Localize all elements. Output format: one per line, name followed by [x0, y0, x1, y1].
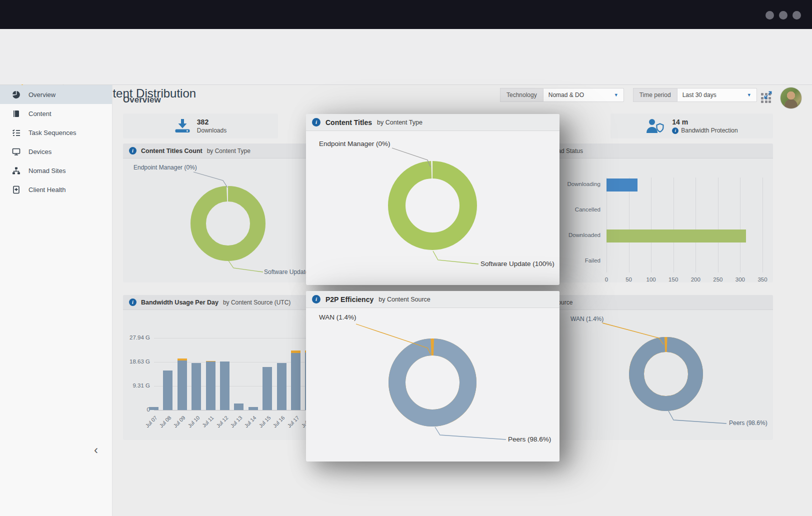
content-titles-popup-donut-chart[interactable]: Endpoint Manager (0%) Software Update (1…	[306, 131, 560, 285]
hbar	[606, 178, 638, 192]
vbar	[206, 361, 216, 362]
vbar	[234, 404, 244, 410]
user-shield-icon	[646, 118, 666, 134]
vbar	[178, 358, 187, 360]
time-period-filter-label: Time period	[633, 88, 677, 102]
vline	[674, 178, 674, 272]
popup-subtitle: by Content Type	[377, 119, 422, 126]
window-titlebar	[0, 0, 812, 29]
sidebar-item-content[interactable]: Content	[0, 104, 112, 123]
vline	[651, 178, 652, 272]
window-control-dot[interactable]	[792, 11, 801, 20]
hbar	[606, 230, 746, 242]
donut-label-bottom: Software Update (100%)	[480, 260, 554, 268]
window-controls	[766, 11, 801, 20]
monitor-icon	[12, 148, 20, 156]
tick: 150	[664, 276, 684, 282]
sidebar-collapse-chevron[interactable]: ‹	[94, 444, 98, 456]
time-period-select[interactable]: Last 30 days ▼	[677, 88, 757, 102]
filter-bar: Technology Nomad & DO ▼ Time period Last…	[500, 88, 757, 102]
tick: 350	[752, 276, 772, 282]
p2p-efficiency-popup: i P2P Efficiency by Content Source WAN (…	[306, 291, 560, 462]
panel-subtitle: by Content Type	[207, 148, 250, 154]
sidebar-item-overview[interactable]: Overview	[0, 85, 112, 104]
chevron-down-icon: ▼	[614, 92, 618, 98]
bandwidth-protection-stat-tile: 14 m i Bandwidth Protection	[610, 114, 773, 138]
popup-header: i Content Titles by Content Type	[306, 114, 560, 131]
ytick: 27.94 G	[123, 334, 150, 340]
sidebar-item-nomad-sites[interactable]: Nomad Sites	[0, 161, 112, 180]
info-icon[interactable]: i	[312, 118, 320, 126]
donut-label-top: WAN (1.4%)	[570, 316, 604, 322]
sitemap-icon	[12, 166, 20, 175]
technology-filter: Technology Nomad & DO ▼	[500, 88, 624, 102]
vbar	[206, 362, 216, 410]
chevron-down-icon: ▼	[747, 92, 752, 98]
tick: 200	[686, 276, 706, 282]
popup-title: P2P Efficiency	[326, 296, 374, 304]
panel-title: Content Titles Count	[141, 148, 202, 154]
sidebar-item-label: Devices	[28, 148, 52, 156]
window-control-dot[interactable]	[779, 11, 788, 20]
task-list-icon	[12, 128, 20, 137]
info-icon[interactable]: i	[672, 128, 678, 134]
vline	[606, 178, 607, 272]
panel-subtitle: by Content Source (UTC)	[223, 299, 290, 306]
downloads-value: 382	[197, 118, 226, 126]
sidebar: Overview Content Task Sequences Devices	[0, 85, 112, 516]
device-health-icon	[12, 186, 20, 194]
popup-subtitle: by Content Source	[378, 296, 430, 303]
vbar	[291, 353, 300, 410]
vbar	[262, 367, 272, 410]
downloads-label: Downloads	[197, 127, 226, 134]
donut-label-top: Endpoint Manager (0%)	[319, 140, 390, 148]
ytick: 9.31 G	[123, 382, 150, 388]
time-period-filter: Time period Last 30 days ▼	[633, 88, 757, 102]
panel-title: Bandwidth Usage Per Day	[141, 299, 218, 306]
content-titles-popup: i Content Titles by Content Type Endpoin…	[306, 114, 560, 285]
donut-label-top: Endpoint Manager (0%)	[134, 164, 197, 171]
technology-select[interactable]: Nomad & DO ▼	[543, 88, 624, 102]
vbar	[192, 363, 201, 410]
vbar	[291, 350, 300, 352]
popup-header: i P2P Efficiency by Content Source	[306, 291, 560, 308]
donut-label-bottom: Peers (98.6%)	[508, 436, 551, 443]
downloads-stat-tile: 382 Downloads	[123, 114, 278, 138]
info-icon[interactable]: i	[129, 298, 136, 306]
book-icon	[12, 110, 20, 118]
vbar	[220, 362, 230, 410]
vline	[740, 178, 740, 272]
pie-chart-icon	[12, 90, 20, 99]
info-icon[interactable]: i	[129, 147, 136, 154]
user-avatar[interactable]	[780, 87, 802, 109]
bandwidth-protection-label: Bandwidth Protection	[681, 127, 738, 134]
technology-select-value: Nomad & DO	[548, 92, 584, 98]
vline	[696, 178, 696, 272]
sidebar-item-label: Client Health	[28, 186, 66, 194]
sidebar-item-devices[interactable]: Devices	[0, 142, 112, 161]
sidebar-item-label: Nomad Sites	[28, 167, 66, 174]
sidebar-item-label: Content	[28, 110, 52, 118]
vline	[629, 178, 630, 272]
sidebar-item-task-sequences[interactable]: Task Sequences	[0, 123, 112, 142]
tick: 100	[641, 276, 661, 282]
p2p-popup-donut-chart[interactable]: WAN (1.4%) Peers (98.6%)	[306, 308, 560, 462]
donut-label-top: WAN (1.4%)	[319, 314, 356, 321]
sidebar-item-label: Task Sequences	[28, 129, 76, 136]
ytick: 0	[123, 406, 150, 412]
vbar	[248, 407, 258, 410]
info-icon[interactable]: i	[312, 295, 320, 304]
expand-fullscreen-icon[interactable]	[764, 91, 772, 99]
window-control-dot[interactable]	[766, 11, 774, 20]
page-title: Overview	[123, 95, 161, 105]
app-header: 1E Content Distribution	[0, 29, 812, 85]
sidebar-item-label: Overview	[28, 91, 56, 98]
sidebar-item-client-health[interactable]: Client Health	[0, 180, 112, 199]
popup-title: Content Titles	[326, 118, 372, 126]
tick: 50	[619, 276, 639, 282]
app-window: 1E Content Distribution Overview	[0, 0, 812, 516]
ytick: 18.63 G	[123, 358, 150, 364]
vline	[762, 178, 763, 272]
download-icon	[174, 118, 190, 134]
donut-label-bottom: Peers (98.6%)	[729, 420, 768, 426]
